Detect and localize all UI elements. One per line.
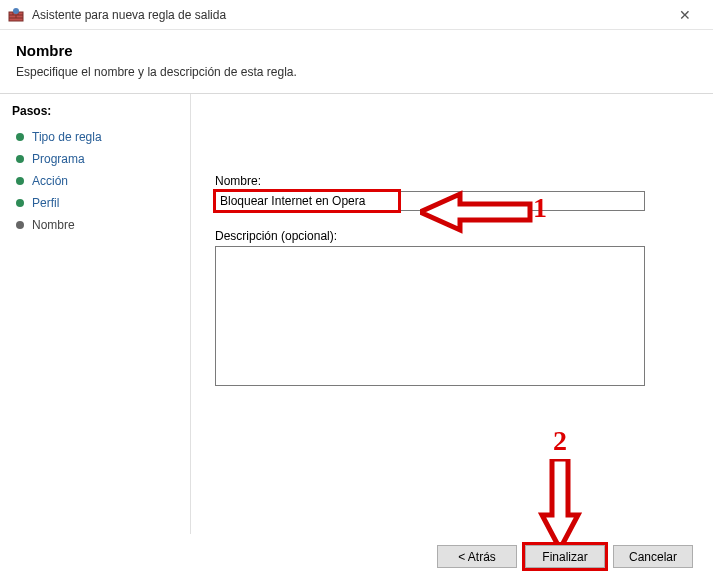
- step-perfil[interactable]: Perfil: [12, 192, 178, 214]
- back-button[interactable]: < Atrás: [437, 545, 517, 568]
- step-bullet-icon: [16, 177, 24, 185]
- step-label: Programa: [32, 152, 85, 166]
- finish-button[interactable]: Finalizar: [525, 545, 605, 568]
- step-programa[interactable]: Programa: [12, 148, 178, 170]
- window-title: Asistente para nueva regla de salida: [32, 8, 665, 22]
- window-titlebar: Asistente para nueva regla de salida ✕: [0, 0, 713, 30]
- step-label: Nombre: [32, 218, 75, 232]
- rule-description-input[interactable]: [215, 246, 645, 386]
- step-label: Perfil: [32, 196, 59, 210]
- wizard-header: Nombre Especifique el nombre y la descri…: [0, 30, 713, 89]
- firewall-icon: [8, 7, 24, 23]
- step-accion[interactable]: Acción: [12, 170, 178, 192]
- wizard-footer: < Atrás Finalizar Cancelar: [437, 545, 693, 568]
- step-bullet-icon: [16, 133, 24, 141]
- page-title: Nombre: [16, 42, 697, 59]
- rule-name-input[interactable]: [215, 191, 645, 211]
- steps-heading: Pasos:: [12, 104, 178, 118]
- step-bullet-icon: [16, 199, 24, 207]
- step-bullet-icon: [16, 221, 24, 229]
- page-subtitle: Especifique el nombre y la descripción d…: [16, 65, 697, 79]
- step-label: Acción: [32, 174, 68, 188]
- cancel-button[interactable]: Cancelar: [613, 545, 693, 568]
- name-label: Nombre:: [215, 174, 689, 188]
- step-tipo-de-regla[interactable]: Tipo de regla: [12, 126, 178, 148]
- steps-sidebar: Pasos: Tipo de regla Programa Acción Per…: [0, 94, 190, 534]
- step-bullet-icon: [16, 155, 24, 163]
- description-label: Descripción (opcional):: [215, 229, 689, 243]
- svg-point-7: [13, 8, 19, 14]
- close-button[interactable]: ✕: [665, 7, 705, 23]
- step-nombre[interactable]: Nombre: [12, 214, 178, 236]
- wizard-content: Nombre: Descripción (opcional):: [190, 94, 713, 534]
- step-label: Tipo de regla: [32, 130, 102, 144]
